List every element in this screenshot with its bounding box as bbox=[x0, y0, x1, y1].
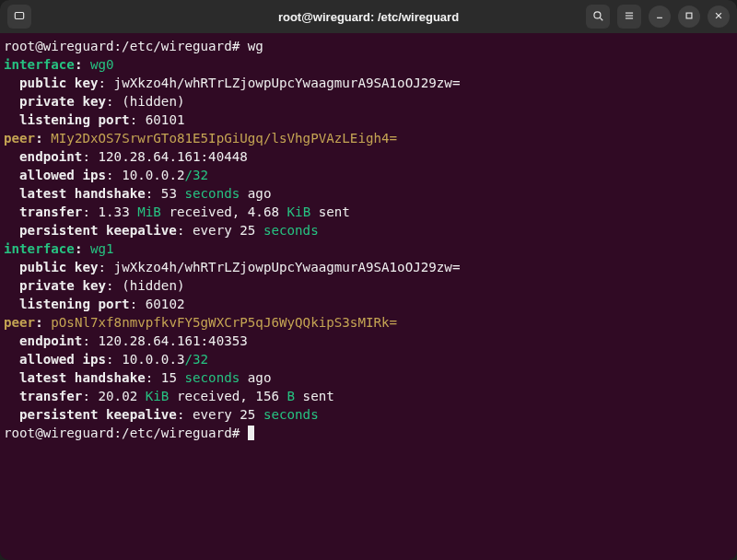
new-tab-icon bbox=[13, 9, 26, 25]
wg-peer-key: MIy2DxOS7SrwrGTo81E5IpGiUgq/lsVhgPVAzLEi… bbox=[51, 131, 397, 146]
wg-label-peer: peer bbox=[4, 131, 35, 146]
wg-transfer-tx-n: 156 bbox=[255, 389, 287, 403]
wg-transfer-line: transfer: 20.02 KiB received, 156 B sent bbox=[4, 387, 733, 405]
wg-label-transfer: transfer bbox=[19, 389, 82, 403]
wg-transfer-line: transfer: 1.33 MiB received, 4.68 KiB se… bbox=[4, 203, 733, 221]
wg-label-endpoint: endpoint bbox=[19, 149, 82, 164]
terminal-viewport[interactable]: root@wireguard:/etc/wireguard# wginterfa… bbox=[0, 33, 737, 560]
svg-point-1 bbox=[594, 11, 601, 18]
wg-label-peer: peer bbox=[4, 315, 35, 330]
wg-private-key-line: private key: (hidden) bbox=[4, 92, 733, 111]
new-tab-button[interactable] bbox=[7, 5, 31, 29]
wg-handshake-line: latest handshake: 15 seconds ago bbox=[4, 368, 733, 387]
wg-label-endpoint: endpoint bbox=[19, 333, 82, 348]
wg-transfer-rx-unit: KiB bbox=[146, 389, 170, 403]
maximize-button[interactable] bbox=[678, 6, 700, 28]
wg-public-key: jwXkzo4h/whRTrLZjowpUpcYwaagmurA9SA1oOJ2… bbox=[114, 76, 461, 90]
wg-label-listening-port: listening port bbox=[19, 112, 130, 127]
prompt: root@wireguard:/etc/wireguard# bbox=[4, 426, 248, 440]
wg-seconds: seconds bbox=[184, 370, 240, 385]
wg-keepalive-line: persistent keepalive: every 25 seconds bbox=[4, 405, 733, 424]
wg-public-key: jwXkzo4h/whRTrLZjowpUpcYwaagmurA9SA1oOJ2… bbox=[114, 260, 461, 274]
wg-listening-port: 60101 bbox=[146, 112, 185, 127]
prompt: root@wireguard:/etc/wireguard# bbox=[4, 39, 248, 53]
wg-allowed-ip-mask: /32 bbox=[184, 168, 208, 182]
wg-allowed-ip: 10.0.0.3 bbox=[122, 352, 184, 367]
wg-peer-header: peer: pOsNl7xf8nmvpfkvFY5gWXCrP5qJ6WyQQk… bbox=[4, 313, 733, 332]
wg-label-keepalive: persistent keepalive bbox=[19, 223, 177, 238]
wg-handshake-line: latest handshake: 53 seconds ago bbox=[4, 184, 733, 203]
wg-peer-header: peer: MIy2DxOS7SrwrGTo81E5IpGiUgq/lsVhgP… bbox=[4, 129, 733, 147]
terminal-prompt-line: root@wireguard:/etc/wireguard# bbox=[4, 424, 733, 442]
wg-label-interface: interface bbox=[4, 241, 75, 256]
wg-interface-name: wg1 bbox=[90, 241, 114, 256]
wg-public-key-line: public key: jwXkzo4h/whRTrLZjowpUpcYwaag… bbox=[4, 258, 733, 276]
wg-label-handshake: latest handshake bbox=[19, 186, 146, 201]
wg-label-interface: interface bbox=[4, 57, 75, 72]
wg-seconds: seconds bbox=[263, 223, 319, 238]
wg-transfer-tx-unit: B bbox=[287, 389, 296, 403]
wg-private-key: (hidden) bbox=[122, 278, 184, 293]
wg-transfer-rx-n: 20.02 bbox=[99, 389, 146, 403]
wg-private-key-line: private key: (hidden) bbox=[4, 276, 733, 295]
wg-handshake-n: 15 bbox=[161, 370, 185, 385]
wg-allowed-ip-mask: /32 bbox=[184, 352, 208, 367]
wg-allowed-ips-line: allowed ips: 10.0.0.2/32 bbox=[4, 166, 733, 184]
typed-command: wg bbox=[248, 39, 263, 53]
wg-transfer-tx-unit: KiB bbox=[287, 204, 311, 219]
wg-endpoint: 120.28.64.161:40448 bbox=[99, 149, 248, 164]
wg-transfer-rx-n: 1.33 bbox=[99, 204, 138, 219]
wg-label-listening-port: listening port bbox=[19, 297, 130, 311]
wg-label-public-key: public key bbox=[19, 76, 98, 90]
wg-label-public-key: public key bbox=[19, 260, 98, 274]
wg-listening-port-line: listening port: 60102 bbox=[4, 295, 733, 313]
terminal-prompt-line: root@wireguard:/etc/wireguard# wg bbox=[4, 37, 733, 55]
search-button[interactable] bbox=[586, 5, 610, 29]
wg-keepalive-n: 25 bbox=[240, 223, 263, 238]
wg-label-keepalive: persistent keepalive bbox=[19, 407, 177, 422]
wg-label-allowed-ips: allowed ips bbox=[19, 168, 106, 182]
terminal-window: root@wireguard: /etc/wireguard bbox=[0, 0, 737, 560]
wg-keepalive-line: persistent keepalive: every 25 seconds bbox=[4, 221, 733, 239]
wg-keepalive-n: 25 bbox=[240, 407, 263, 422]
svg-rect-0 bbox=[15, 12, 23, 18]
wg-label-allowed-ips: allowed ips bbox=[19, 352, 106, 367]
wg-label-transfer: transfer bbox=[19, 204, 82, 219]
wg-seconds: seconds bbox=[184, 186, 240, 201]
wg-endpoint-line: endpoint: 120.28.64.161:40353 bbox=[4, 332, 733, 350]
wg-endpoint-line: endpoint: 120.28.64.161:40448 bbox=[4, 147, 733, 166]
wg-handshake-n: 53 bbox=[161, 186, 185, 201]
wg-interface-header: interface: wg0 bbox=[4, 55, 733, 74]
wg-allowed-ips-line: allowed ips: 10.0.0.3/32 bbox=[4, 350, 733, 368]
svg-line-2 bbox=[600, 18, 602, 20]
hamburger-icon bbox=[623, 9, 636, 25]
minimize-button[interactable] bbox=[649, 6, 671, 28]
wg-allowed-ip: 10.0.0.2 bbox=[122, 168, 184, 182]
wg-public-key-line: public key: jwXkzo4h/whRTrLZjowpUpcYwaag… bbox=[4, 74, 733, 92]
wg-listening-port: 60102 bbox=[146, 297, 185, 311]
wg-listening-port-line: listening port: 60101 bbox=[4, 111, 733, 129]
wg-private-key: (hidden) bbox=[122, 94, 184, 109]
wg-peer-key: pOsNl7xf8nmvpfkvFY5gWXCrP5qJ6WyQQkipS3sM… bbox=[51, 315, 397, 330]
titlebar: root@wireguard: /etc/wireguard bbox=[0, 0, 737, 33]
wg-interface-header: interface: wg1 bbox=[4, 239, 733, 258]
wg-label-private-key: private key bbox=[19, 278, 106, 293]
wg-seconds: seconds bbox=[263, 407, 319, 422]
wg-label-private-key: private key bbox=[19, 94, 106, 109]
wg-endpoint: 120.28.64.161:40353 bbox=[99, 333, 248, 348]
cursor bbox=[248, 426, 255, 440]
wg-transfer-tx-n: 4.68 bbox=[248, 204, 287, 219]
search-icon bbox=[591, 9, 604, 25]
close-button[interactable] bbox=[708, 6, 730, 28]
wg-interface-name: wg0 bbox=[90, 57, 114, 72]
minimize-icon bbox=[653, 9, 666, 25]
menu-button[interactable] bbox=[617, 5, 641, 29]
maximize-icon bbox=[683, 9, 696, 25]
close-icon bbox=[712, 9, 725, 25]
wg-transfer-rx-unit: MiB bbox=[137, 204, 161, 219]
wg-label-handshake: latest handshake bbox=[19, 370, 146, 385]
svg-rect-7 bbox=[686, 13, 692, 18]
